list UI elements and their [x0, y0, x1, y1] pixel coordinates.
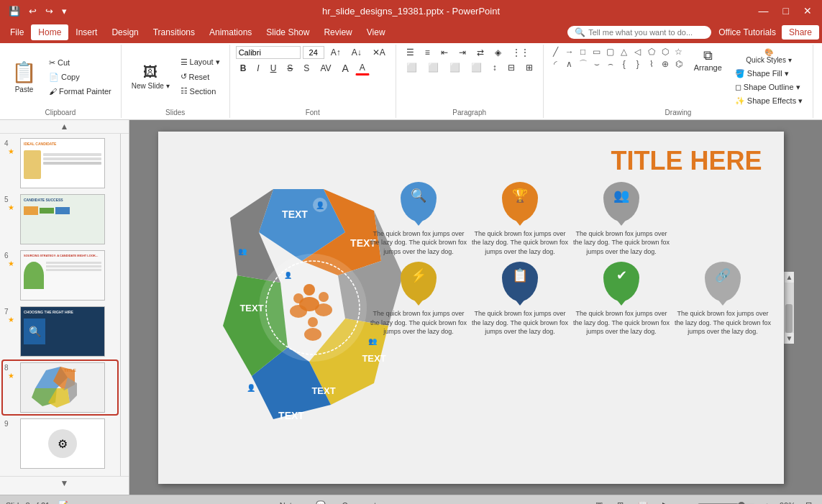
align-left-btn[interactable]: ⬜	[402, 61, 421, 74]
slide-scroll-down[interactable]: ▼	[0, 476, 129, 490]
zoom-handle[interactable]	[738, 502, 745, 505]
shape-tri[interactable]: △	[618, 46, 631, 58]
slide-thumb-5[interactable]: 5 ★ CANDIDATE SUCCESS	[3, 193, 117, 246]
menu-animations[interactable]: Animations	[202, 24, 259, 40]
shape-c1[interactable]: ◜	[549, 58, 562, 70]
shape-c10[interactable]: ⌬	[672, 58, 685, 70]
slide-scroll-up[interactable]: ▲	[0, 120, 129, 134]
section-button[interactable]: ☷ Section	[177, 85, 224, 97]
shape-hex[interactable]: ⬡	[659, 46, 672, 58]
font-size-input[interactable]	[303, 46, 324, 59]
minimize-btn[interactable]: —	[754, 5, 773, 17]
slide-thumb-7[interactable]: 7 ★ CHOOSING THE RIGHT HIRE 🔍	[3, 305, 117, 358]
shape-c3[interactable]: ⌒	[577, 58, 590, 70]
text-direction-btn[interactable]: ⇄	[472, 46, 488, 59]
shape-outline-button[interactable]: ◻ Shape Outline ▾	[731, 81, 807, 93]
quick-styles-button[interactable]: 🎨 Quick Styles ▾	[731, 46, 807, 66]
font-size-big-btn[interactable]: A	[338, 61, 353, 75]
convert-smartart-btn[interactable]: ◈	[490, 46, 506, 59]
align-right-btn[interactable]: ⬜	[445, 61, 465, 74]
comments-button[interactable]: Comments	[337, 500, 384, 505]
cut-button[interactable]: ✂ Cut	[45, 57, 115, 69]
shape-line[interactable]: ╱	[549, 46, 562, 58]
shape-rect[interactable]: □	[577, 46, 590, 58]
shape-c5[interactable]: ⌢	[604, 58, 617, 70]
menu-file[interactable]: File	[3, 24, 31, 40]
clear-format-btn[interactable]: ✕A	[368, 46, 390, 59]
col-btn[interactable]: ⋮⋮	[508, 46, 534, 59]
fit-window-btn[interactable]: ⊡	[801, 499, 816, 504]
align-justify-btn[interactable]: ⬜	[467, 61, 486, 74]
align-center-btn[interactable]: ⬜	[424, 61, 443, 74]
zoom-out-btn[interactable]: −	[678, 500, 691, 505]
redo-qa-btn[interactable]: ↪	[42, 4, 56, 18]
office-tutorials-link[interactable]: Office Tutorials	[718, 27, 776, 37]
scroll-up-arrow[interactable]: ▲	[785, 272, 794, 283]
slide-thumb-9[interactable]: 9 ★ ⚙	[3, 417, 117, 470]
shape-arrow[interactable]: →	[563, 46, 576, 58]
align-text-btn[interactable]: ⊟	[503, 61, 519, 74]
underline-btn[interactable]: U	[266, 62, 281, 75]
strikethrough-btn[interactable]: S	[283, 62, 297, 75]
shape-c4[interactable]: ⌣	[590, 58, 603, 70]
scroll-thumb[interactable]	[785, 304, 793, 333]
shape-star[interactable]: ☆	[672, 46, 685, 58]
paste-button[interactable]: 📋 Paste	[6, 58, 42, 96]
shape-rtri[interactable]: ◁	[631, 46, 644, 58]
shape-rect2[interactable]: ▭	[590, 46, 603, 58]
indent-dec-btn[interactable]: ⇤	[437, 46, 452, 59]
format-painter-button[interactable]: 🖌 Format Painter	[45, 86, 115, 97]
shape-fill-button[interactable]: 🪣 Shape Fill ▾	[731, 68, 807, 80]
decrease-font-btn[interactable]: A↓	[347, 46, 366, 59]
menu-home[interactable]: Home	[31, 24, 68, 40]
save-qa-btn[interactable]: 💾	[6, 4, 23, 18]
reading-view-btn[interactable]: 📖	[634, 499, 652, 504]
bullet-list-btn[interactable]: ☰	[402, 46, 419, 59]
slide-sorter-btn[interactable]: ⊞	[613, 499, 628, 504]
scroll-down-arrow[interactable]: ▼	[785, 333, 794, 344]
font-name-input[interactable]	[236, 46, 301, 59]
menu-slideshow[interactable]: Slide Show	[259, 24, 316, 40]
slideshow-btn[interactable]: ▶	[658, 499, 672, 504]
zoom-in-btn[interactable]: +	[761, 500, 774, 505]
copy-button[interactable]: 📄 Copy	[45, 71, 115, 83]
menu-insert[interactable]: Insert	[68, 24, 104, 40]
reset-button[interactable]: ↺ Reset	[177, 70, 224, 83]
menu-search-box[interactable]: 🔍	[567, 26, 711, 39]
text-shadow-btn[interactable]: S	[299, 62, 314, 75]
normal-view-btn[interactable]: ▣	[591, 499, 607, 504]
maximize-btn[interactable]: □	[779, 5, 793, 17]
num-list-btn[interactable]: ≡	[421, 46, 434, 59]
italic-btn[interactable]: I	[252, 62, 263, 75]
shape-c6[interactable]: {	[618, 58, 631, 70]
indent-inc-btn[interactable]: ⇥	[455, 46, 470, 59]
slide-canvas[interactable]: TITLE HERE	[158, 132, 784, 484]
increase-font-btn[interactable]: A↑	[326, 46, 345, 59]
menu-review[interactable]: Review	[316, 24, 359, 40]
line-spacing-btn[interactable]: ↕	[488, 61, 501, 74]
scroll-track[interactable]	[785, 283, 794, 333]
font-color-btn[interactable]: A	[355, 61, 370, 75]
char-spacing-btn[interactable]: AV	[316, 62, 335, 75]
undo-qa-btn[interactable]: ↩	[26, 4, 40, 18]
right-scrollbar[interactable]: ▲ ▼	[784, 272, 794, 344]
slide-thumb-8[interactable]: 8 ★ TITLE	[3, 361, 117, 414]
slide-thumb-6[interactable]: 6 ★ SOURCING STRATEGY: A CANDIDATE MIGHT…	[3, 249, 117, 302]
shape-pent[interactable]: ⬠	[645, 46, 658, 58]
notes-button[interactable]: Notes	[275, 500, 305, 505]
shape-c8[interactable]: ⌇	[645, 58, 658, 70]
arrange-button[interactable]: ⧉ Arrange	[690, 46, 726, 74]
slide-thumb-4[interactable]: 4 ★ IDEAL CANDIDATE	[3, 137, 117, 190]
replace-button[interactable]: 🔄 Replace	[819, 60, 822, 73]
share-button[interactable]: Share	[782, 25, 819, 40]
layout-button[interactable]: ☰ Layout ▾	[177, 56, 224, 68]
close-btn[interactable]: ✕	[799, 5, 816, 17]
shape-effects-button[interactable]: ✨ Shape Effects ▾	[731, 95, 807, 107]
shape-c7[interactable]: }	[631, 58, 644, 70]
new-slide-button[interactable]: 🖼 New Slide ▾	[127, 62, 174, 92]
shape-c2[interactable]: ∧	[563, 58, 576, 70]
shape-c9[interactable]: ⊕	[659, 58, 672, 70]
menu-view[interactable]: View	[360, 24, 393, 40]
smartart-btn[interactable]: ⊞	[521, 61, 537, 74]
menu-design[interactable]: Design	[104, 24, 145, 40]
